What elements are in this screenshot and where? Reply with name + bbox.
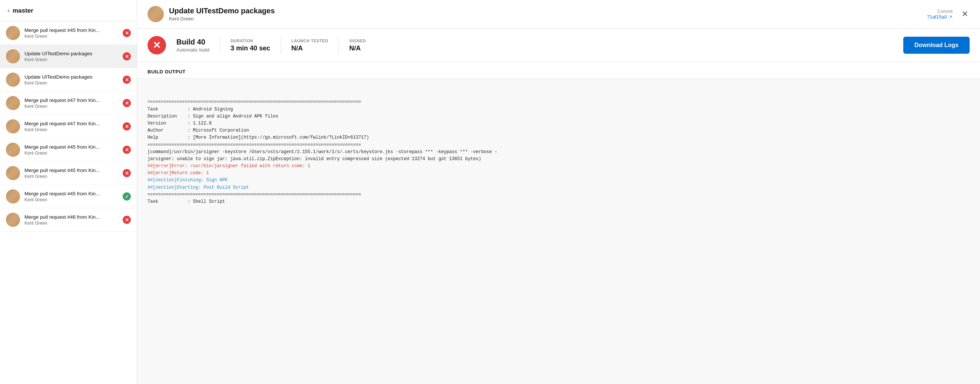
sidebar-item-subtitle: Kent Green (24, 197, 118, 202)
back-icon[interactable]: ‹ (7, 7, 10, 14)
build-output-section: BUILD OUTPUT ===========================… (137, 62, 980, 384)
sidebar-item-text: Merge pull request #47 from Kin...Kent G… (24, 97, 118, 109)
sidebar-item-title: Merge pull request #46 from Kin... (24, 214, 118, 220)
sidebar-item-subtitle: Kent Green (24, 57, 118, 62)
signed-label: SIGNED (349, 38, 366, 43)
build-output-header: BUILD OUTPUT (137, 62, 980, 78)
sidebar-item-subtitle: Kent Green (24, 174, 118, 179)
commit-label: Commit (927, 9, 953, 14)
avatar (6, 143, 20, 157)
sidebar-item-title: Merge pull request #47 from Kin... (24, 121, 118, 126)
build-number: Build 40 (177, 38, 209, 46)
output-line-9: jarsigner: unable to sign jar: java.util… (148, 156, 970, 163)
build-status-icon: ✕ (148, 36, 166, 54)
sidebar-item-8[interactable]: Merge pull request #45 from Kin...Kent G… (0, 185, 137, 208)
output-line-7: ========================================… (148, 142, 970, 149)
status-badge: ✕ (123, 99, 131, 107)
sidebar-item-title: Merge pull request #45 from Kin... (24, 191, 118, 196)
avatar-image (6, 73, 20, 87)
output-line-8: [command]/usr/bin/jarsigner -keystore /U… (148, 149, 970, 156)
output-line-2: Task : Android Signing (148, 106, 970, 113)
status-badge: ✕ (123, 169, 131, 177)
output-line-5: Author : Microsoft Corporation (148, 127, 970, 134)
status-badge: ✕ (123, 76, 131, 84)
sidebar-item-text: Merge pull request #45 from Kin...Kent G… (24, 191, 118, 202)
avatar (6, 26, 20, 40)
avatar-image (6, 213, 20, 227)
sidebar-branch-title: master (13, 7, 33, 14)
external-link-icon[interactable]: ↗ (948, 14, 953, 20)
build-info: Build 40 Automatic build (177, 38, 209, 53)
sidebar-item-subtitle: Kent Green (24, 104, 118, 109)
output-line-15: Task : Shell Script (148, 198, 970, 206)
avatar-image (6, 49, 20, 64)
sidebar-item-subtitle: Kent Green (24, 80, 118, 86)
output-line-10: ##[error]Error: /usr/bin/jarsigner faile… (148, 163, 970, 170)
avatar-image (6, 120, 20, 134)
avatar-image (6, 166, 20, 180)
output-line-6: Help : [More Information](https://go.mic… (148, 134, 970, 141)
signed-stat: SIGNED N/A (349, 38, 366, 52)
avatar (6, 190, 20, 204)
avatar-image (6, 96, 20, 110)
output-line-11: ##[error]Return code: 1 (148, 170, 970, 177)
build-output-content: ========================================… (137, 78, 980, 226)
duration-value: 3 min 40 sec (231, 45, 270, 52)
output-line-14: ========================================… (148, 191, 970, 198)
status-badge: ✕ (123, 29, 131, 37)
status-badge: ✕ (123, 216, 131, 224)
build-author: Kent Green (169, 16, 922, 21)
output-line-4: Version : 1.122.0 (148, 120, 970, 127)
duration-stat: DURATION 3 min 40 sec (231, 38, 270, 52)
sidebar-item-subtitle: Kent Green (24, 34, 118, 39)
avatar (148, 6, 164, 22)
sidebar-item-3[interactable]: Update UITestDemo packagesKent Green✕ (0, 68, 137, 92)
avatar-image (6, 190, 20, 204)
sidebar-item-title: Update UITestDemo packages (24, 74, 118, 80)
avatar-image (6, 26, 20, 40)
sidebar-item-6[interactable]: Merge pull request #45 from Kin...Kent G… (0, 138, 137, 162)
sidebar-item-text: Update UITestDemo packagesKent Green (24, 51, 118, 62)
sidebar-item-subtitle: Kent Green (24, 220, 118, 226)
sidebar-item-title: Merge pull request #47 from Kin... (24, 97, 118, 103)
output-line-12: ##[section]Finishing: Sign APK (148, 177, 970, 184)
commit-info: Commit 71af15a0 ↗ (927, 9, 953, 20)
sidebar-item-2[interactable]: Update UITestDemo packagesKent Green✕ (0, 45, 137, 68)
avatar (6, 213, 20, 227)
status-badge: ✓ (123, 192, 131, 201)
sidebar-item-text: Merge pull request #47 from Kin...Kent G… (24, 121, 118, 132)
sidebar-item-subtitle: Kent Green (24, 127, 118, 132)
sidebar-item-text: Merge pull request #46 from Kin...Kent G… (24, 214, 118, 226)
commit-hash[interactable]: 71af15a0 ↗ (927, 14, 953, 20)
sidebar: ‹ master Merge pull request #45 from Kin… (0, 0, 137, 384)
sidebar-item-title: Update UITestDemo packages (24, 51, 118, 56)
header-text: Update UITestDemo packages Kent Green (169, 7, 922, 21)
close-button[interactable]: ✕ (960, 8, 970, 20)
main-header: Update UITestDemo packages Kent Green Co… (137, 0, 980, 29)
sidebar-item-9[interactable]: Merge pull request #46 from Kin...Kent G… (0, 208, 137, 232)
avatar (6, 73, 20, 87)
sidebar-item-text: Merge pull request #45 from Kin...Kent G… (24, 144, 118, 156)
output-lines: ========================================… (148, 99, 970, 206)
sidebar-item-text: Merge pull request #45 from Kin...Kent G… (24, 27, 118, 39)
sidebar-items-list: Merge pull request #45 from Kin...Kent G… (0, 21, 137, 232)
sidebar-item-4[interactable]: Merge pull request #47 from Kin...Kent G… (0, 92, 137, 115)
status-badge: ✕ (123, 122, 131, 131)
sidebar-item-7[interactable]: Merge pull request #45 from Kin...Kent G… (0, 162, 137, 185)
output-line-13: ##[section]Starting: Post Build Script (148, 184, 970, 191)
divider-2 (281, 36, 281, 54)
main-content: Update UITestDemo packages Kent Green Co… (137, 0, 980, 384)
sidebar-header[interactable]: ‹ master (0, 0, 137, 21)
output-line-1: ========================================… (148, 99, 970, 106)
divider-1 (220, 36, 220, 54)
sidebar-item-5[interactable]: Merge pull request #47 from Kin...Kent G… (0, 115, 137, 138)
build-bar: ✕ Build 40 Automatic build DURATION 3 mi… (137, 29, 980, 62)
build-title: Update UITestDemo packages (169, 7, 922, 15)
avatar-image (6, 143, 20, 157)
avatar (6, 120, 20, 134)
status-badge: ✕ (123, 52, 131, 61)
download-logs-button[interactable]: Download Logs (903, 37, 970, 54)
build-type: Automatic build (177, 47, 209, 53)
sidebar-item-1[interactable]: Merge pull request #45 from Kin...Kent G… (0, 21, 137, 45)
avatar (6, 96, 20, 110)
